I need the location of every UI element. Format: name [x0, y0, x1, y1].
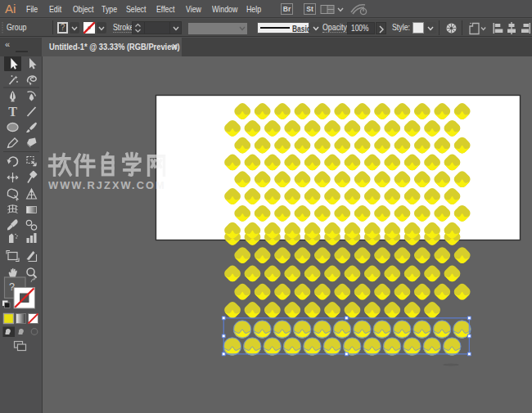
svg-text:WWW.RJZXW.COM: WWW.RJZXW.COM	[48, 179, 166, 191]
svg-text:T: T	[8, 105, 17, 119]
